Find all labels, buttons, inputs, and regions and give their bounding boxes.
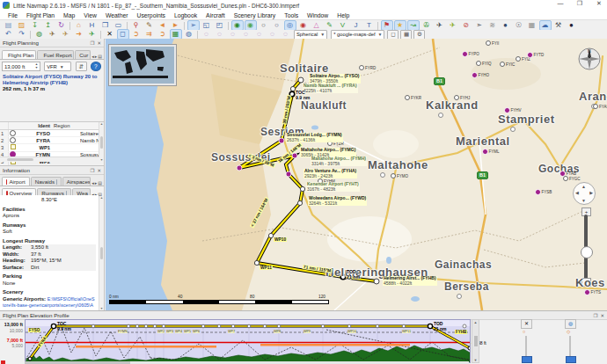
waypoint-label-wp11[interactable]: WP11 (260, 266, 273, 270)
airport-marker-fyhj[interactable]: FYHJ (454, 95, 470, 100)
cruise-altitude-input[interactable]: 13,000 ft ▲▼ (2, 62, 40, 71)
col-ident[interactable]: Ident (17, 123, 53, 128)
airport-icon (454, 95, 459, 100)
surface-value: Dirt (31, 265, 96, 272)
compass-rose-icon: N (577, 47, 602, 71)
surface-label: Surface: (3, 265, 31, 272)
town-dot (438, 113, 443, 118)
menu-weather[interactable]: Weather (101, 12, 133, 18)
tab-menu-icon[interactable]: ▤ (98, 54, 102, 59)
vzoom-handle[interactable] (522, 356, 532, 363)
globe-icon[interactable]: ◍ (565, 319, 576, 329)
airport-label[interactable]: Namib Naukluft ... (FYRA)3225ft - 4107ft (303, 84, 358, 93)
airport-marker-fykr[interactable]: FYKR (405, 95, 421, 100)
close-dock-icon[interactable]: ✕ (600, 313, 604, 318)
menu-logbook[interactable]: Logbook (170, 12, 201, 18)
tab-scroll-left-icon[interactable]: ◂ (91, 54, 94, 59)
map-canvas[interactable]: N ▲ ▼ ◀ ▶ + − 0 nm 40 80 120 SolitaireN (106, 39, 607, 310)
hzoom-handle[interactable] (566, 356, 576, 363)
float-dock-icon[interactable]: ❐ (90, 168, 94, 173)
scale-120: 120 (318, 295, 325, 299)
airport-marker-fysb[interactable]: FYSB (535, 189, 552, 195)
tab-current-performance[interactable]: Cur (75, 50, 91, 59)
adjust-altitude-button[interactable]: ⇵ (76, 62, 87, 71)
information-vscrollbar[interactable]: ▲▼ (99, 196, 104, 310)
airport-marker-fyic[interactable]: FYIC (500, 62, 515, 67)
menu-view[interactable]: View (79, 12, 101, 18)
tab-scroll-left-icon[interactable]: ◂ (91, 180, 94, 186)
tab-scroll-right-icon[interactable]: ▸ (95, 180, 98, 186)
pan-up-icon[interactable]: ▲ (581, 184, 586, 189)
menu-flight-plan[interactable]: Flight Plan (22, 12, 59, 18)
airport-label[interactable]: Kenender Airport (FYHT)3167ft - 4823ft (306, 182, 360, 192)
route-title[interactable]: Solitaire Airport (FYSO) Runway 20 to He… (0, 73, 104, 86)
waypoint-label-wp10[interactable]: WP10 (274, 237, 287, 242)
flight-plan-table[interactable]: Ident Region 1FYSOSolitaire2FYRANamib N3… (0, 121, 104, 162)
menu-window[interactable]: Window (303, 12, 333, 18)
tab-airport[interactable]: Airport (2, 177, 30, 186)
airport-marker-fyii[interactable]: FYII (486, 40, 499, 46)
menu-tools[interactable]: Tools (280, 12, 303, 18)
airport-marker-fyhv[interactable]: FYHV (504, 107, 522, 113)
zoom-default-button[interactable]: ◻ (387, 30, 399, 40)
svg-text:N: N (588, 48, 591, 54)
menu-scenery-library[interactable]: Scenery Library (230, 12, 281, 18)
float-dock-icon[interactable]: ❐ (90, 40, 94, 46)
menu-aircraft[interactable]: Aircraft (201, 12, 230, 18)
airport-marker-fyas[interactable]: FYAS (593, 104, 607, 109)
expand-icon[interactable]: ✕ (521, 319, 532, 329)
elevation-profile-plot[interactable]: FYSOFYRATOC9.9 nmTOD21 nmFYHBFYMNWP2WP3W… (25, 319, 471, 363)
profile-wp-tick-wp7: WP7 (228, 330, 235, 333)
help-button[interactable]: ? (91, 62, 102, 71)
flight-plan-hscrollbar[interactable] (0, 157, 99, 162)
tab-flight-plan[interactable]: Flight Plan (2, 50, 36, 59)
col-region[interactable]: Region (53, 123, 80, 128)
profile-vscrollbar[interactable]: ▲▼ (472, 319, 479, 363)
menu-file[interactable]: File (4, 12, 22, 18)
airport-marker-fyho[interactable]: FYHO (472, 72, 489, 78)
close-dock-icon[interactable]: ✕ (97, 168, 101, 173)
projection-select[interactable]: Spherical▼ (294, 30, 327, 40)
flight-rules-select[interactable]: VFR ▼ (44, 62, 71, 71)
airport-marker-fyrd[interactable]: FYRD (359, 65, 376, 70)
map-theme-select[interactable]: * google-maps-def▼ (331, 30, 384, 40)
close-dock-icon[interactable]: ✕ (97, 40, 101, 46)
pan-left-icon[interactable]: ◀ (575, 190, 579, 195)
airport-marker-fyts[interactable]: FYTS (584, 289, 601, 295)
airport-marker-fytd[interactable]: FYTD (527, 52, 544, 58)
zoom-handle[interactable] (581, 246, 593, 258)
airport-label[interactable]: Wolwedans Airpo... (FYWD)3264ft - 5321ft (308, 196, 367, 206)
airport-label[interactable]: Helmering Airst... (FYHB)4588ft - 4022ft (383, 276, 437, 286)
tab-navaids[interactable]: Navaids (31, 177, 62, 186)
airport-label[interactable]: Maltahohe Airpo... (FYMH)3314ft - 3975ft (311, 157, 367, 166)
map-zoom-slider[interactable]: + − (581, 207, 591, 287)
close-button[interactable]: ✕ (593, 0, 605, 7)
menu-map[interactable]: Map (59, 12, 79, 18)
tab-menu-icon[interactable]: ▤ (98, 180, 102, 186)
float-dock-icon[interactable]: ❐ (593, 313, 597, 318)
airport-marker-fyml[interactable]: FYML (482, 149, 500, 155)
airport-label[interactable]: Sossusvlei Lodg... (FYMN)2637ft - 4136ft (286, 133, 343, 142)
airport-marker-fygc[interactable]: FYGC (563, 176, 581, 181)
maximize-button[interactable]: ❐ (574, 0, 586, 7)
airport-marker-fyiq[interactable]: FYIQ (476, 61, 492, 66)
legend-button[interactable]: ▦ (400, 30, 412, 40)
flight-plan-row[interactable]: 2FYRANamib N (0, 137, 104, 144)
tab-airspaces[interactable]: Airspaces (62, 177, 91, 186)
airport-marker-fypo[interactable]: FYPO (462, 51, 479, 57)
pan-down-icon[interactable]: ▼ (581, 198, 586, 203)
world-overview-inset[interactable] (109, 45, 176, 85)
airport-label[interactable]: Alro Venture Av... (FYHA)2923ft - 2423ft (304, 169, 357, 178)
minimize-button[interactable]: — (554, 0, 567, 7)
map-pan-control[interactable]: ▲ ▼ ◀ ▶ (573, 182, 596, 205)
map-settings-button[interactable]: ⚙ (413, 30, 425, 40)
tab-scroll-right-icon[interactable]: ▸ (95, 54, 98, 59)
airport-marker-fymo[interactable]: FYMO (391, 173, 408, 178)
menu-userpoints[interactable]: Userpoints (133, 12, 171, 18)
altitude-spinner-icon[interactable]: ▲▼ (35, 63, 38, 69)
menu-help[interactable]: Help (333, 12, 354, 18)
tab-fuel-report[interactable]: Fuel Report (37, 50, 74, 59)
tab-fuel-report-label: Fuel Report (43, 52, 71, 58)
pan-right-icon[interactable]: ▶ (589, 190, 593, 195)
menu-bar: FileFlight PlanMapViewWeatherUserpointsL… (0, 11, 607, 20)
